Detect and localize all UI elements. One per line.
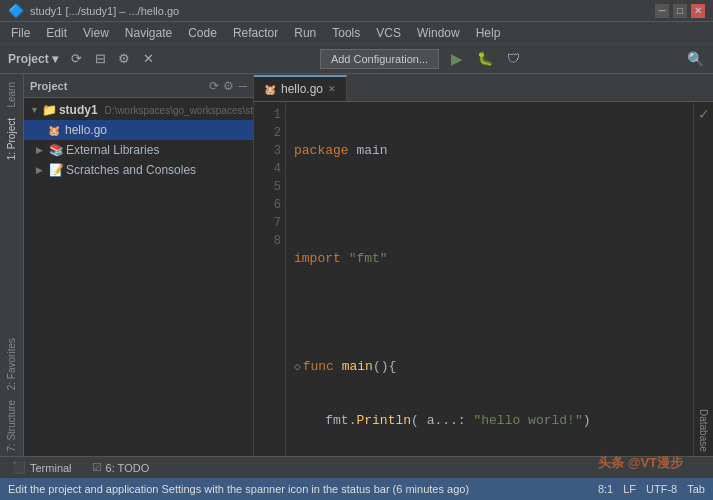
terminal-icon: ⬛: [12, 461, 26, 474]
project-collapse-icon[interactable]: ─: [238, 79, 247, 93]
ext-lib-arrow: ▶: [36, 145, 46, 155]
menu-edit[interactable]: Edit: [39, 24, 74, 42]
tree-item-hello-go[interactable]: 🐹 hello.go: [24, 120, 253, 140]
tree-item-study1[interactable]: ▼ 📁 study1 D:\workspaces\go_workspaces\s…: [24, 100, 253, 120]
minimize-button[interactable]: ─: [655, 4, 669, 18]
todo-label: 6: TODO: [106, 462, 150, 474]
code-line-1: package main: [294, 142, 685, 160]
menu-view[interactable]: View: [76, 24, 116, 42]
project-sync-icon[interactable]: ⟳: [209, 79, 219, 93]
run-button[interactable]: ▶: [447, 49, 467, 69]
learn-panel-tab[interactable]: Learn: [4, 78, 19, 112]
coverage-button[interactable]: 🛡: [503, 49, 523, 69]
menu-run[interactable]: Run: [287, 24, 323, 42]
tab-hello-go-label: hello.go: [281, 82, 323, 96]
close-button[interactable]: ✕: [691, 4, 705, 18]
project-panel: Project ⟳ ⚙ ─ ▼ 📁 study1 D:\workspaces\g…: [24, 74, 254, 456]
project-panel-title: Project: [30, 80, 67, 92]
tab-modified-indicator: ✕: [328, 84, 336, 94]
code-editor[interactable]: 1 2 3 4 5 6 7 8 package main import "fmt…: [254, 102, 713, 456]
folder-icon: 📁: [42, 103, 56, 117]
tree-item-external-libraries[interactable]: ▶ 📚 External Libraries: [24, 140, 253, 160]
status-line-ending[interactable]: LF: [623, 483, 636, 495]
line-num-2: 2: [258, 124, 281, 142]
database-panel-tab[interactable]: Database: [696, 405, 711, 456]
tree-label-scratches: Scratches and Consoles: [66, 163, 196, 177]
todo-tab[interactable]: ☑ 6: TODO: [88, 459, 154, 476]
toolbar-icons: ⟳ ⊟ ⚙ ✕: [66, 49, 158, 69]
project-panel-tab[interactable]: 1: Project: [4, 114, 19, 164]
project-gear-icon[interactable]: ⚙: [223, 79, 234, 93]
expand-arrow: ▼: [30, 105, 39, 115]
editor-area: 🐹 hello.go ✕ 1 2 3 4 5 6 7 8 package mai…: [254, 74, 713, 456]
title-bar-title: study1 [.../study1] – .../hello.go: [30, 5, 179, 17]
line-num-1: 1: [258, 106, 281, 124]
settings-icon[interactable]: ⚙: [114, 49, 134, 69]
go-file-icon: 🐹: [48, 125, 62, 136]
line-num-3: 3: [258, 142, 281, 160]
structure-panel-tab[interactable]: 7: Structure: [4, 396, 19, 456]
project-panel-header: Project ⟳ ⚙ ─: [24, 74, 253, 98]
tree-path-study1: D:\workspaces\go_workspaces\study1: [105, 105, 253, 116]
search-everywhere-icon[interactable]: 🔍: [685, 49, 705, 69]
add-configuration-button[interactable]: Add Configuration...: [320, 49, 439, 69]
right-editor-gutter: ✓ Database: [693, 102, 713, 456]
project-header-icons: ⟳ ⚙ ─: [209, 79, 247, 93]
menu-refactor[interactable]: Refactor: [226, 24, 285, 42]
sync-icon[interactable]: ⟳: [66, 49, 86, 69]
code-line-5: ◇func main(){: [294, 358, 685, 376]
status-position[interactable]: 8:1: [598, 483, 613, 495]
syntax-ok-icon: ✓: [698, 106, 710, 122]
code-content[interactable]: package main import "fmt" ◇func main(){ …: [286, 102, 693, 456]
menu-navigate[interactable]: Navigate: [118, 24, 179, 42]
status-encoding[interactable]: UTF-8: [646, 483, 677, 495]
menu-bar: File Edit View Navigate Code Refactor Ru…: [0, 22, 713, 44]
line-num-7: 7: [258, 214, 281, 232]
left-strip: Learn 1: Project 2: Favorites 7: Structu…: [0, 74, 24, 456]
line-num-4: 4: [258, 160, 281, 178]
editor-tabs: 🐹 hello.go ✕: [254, 74, 713, 102]
breadcrumb-label[interactable]: Project ▾: [8, 52, 58, 66]
line-numbers: 1 2 3 4 5 6 7 8: [254, 102, 286, 456]
tree-label-hello-go: hello.go: [65, 123, 107, 137]
library-icon: 📚: [49, 143, 63, 157]
bottom-panel: ⬛ Terminal ☑ 6: TODO: [0, 456, 713, 478]
terminal-tab[interactable]: ⬛ Terminal: [8, 459, 76, 476]
collapse-icon[interactable]: ⊟: [90, 49, 110, 69]
line-num-8: 8: [258, 232, 281, 250]
toolbar: Project ▾ ⟳ ⊟ ⚙ ✕ Add Configuration... ▶…: [0, 44, 713, 74]
terminal-label: Terminal: [30, 462, 72, 474]
menu-window[interactable]: Window: [410, 24, 467, 42]
status-bar: Edit the project and application Setting…: [0, 478, 713, 500]
line-num-6: 6: [258, 196, 281, 214]
close-panel-icon[interactable]: ✕: [138, 49, 158, 69]
code-line-3: import "fmt": [294, 250, 685, 268]
status-message: Edit the project and application Setting…: [8, 483, 598, 495]
title-bar-controls[interactable]: ─ □ ✕: [655, 4, 705, 18]
title-bar-left: 🔷 study1 [.../study1] – .../hello.go: [8, 3, 179, 18]
menu-tools[interactable]: Tools: [325, 24, 367, 42]
code-line-6: fmt.Println( a...: "hello world!"): [294, 412, 685, 430]
toolbar-project-section: Project ▾: [8, 52, 58, 66]
menu-code[interactable]: Code: [181, 24, 224, 42]
favorites-panel-tab[interactable]: 2: Favorites: [4, 334, 19, 394]
tree-item-scratches[interactable]: ▶ 📝 Scratches and Consoles: [24, 160, 253, 180]
scratch-arrow: ▶: [36, 165, 46, 175]
code-line-2: [294, 196, 685, 214]
menu-help[interactable]: Help: [469, 24, 508, 42]
status-right: 8:1 LF UTF-8 Tab: [598, 483, 705, 495]
project-tree: ▼ 📁 study1 D:\workspaces\go_workspaces\s…: [24, 98, 253, 456]
scratch-icon: 📝: [49, 163, 63, 177]
status-indent[interactable]: Tab: [687, 483, 705, 495]
menu-vcs[interactable]: VCS: [369, 24, 408, 42]
tab-hello-go[interactable]: 🐹 hello.go ✕: [254, 75, 347, 101]
todo-icon: ☑: [92, 461, 102, 474]
tab-go-icon: 🐹: [264, 84, 276, 95]
menu-file[interactable]: File: [4, 24, 37, 42]
maximize-button[interactable]: □: [673, 4, 687, 18]
code-line-4: [294, 304, 685, 322]
main-layout: Learn 1: Project 2: Favorites 7: Structu…: [0, 74, 713, 456]
tree-label-study1: study1: [59, 103, 98, 117]
debug-button[interactable]: 🐛: [475, 49, 495, 69]
tree-label-ext-libs: External Libraries: [66, 143, 159, 157]
